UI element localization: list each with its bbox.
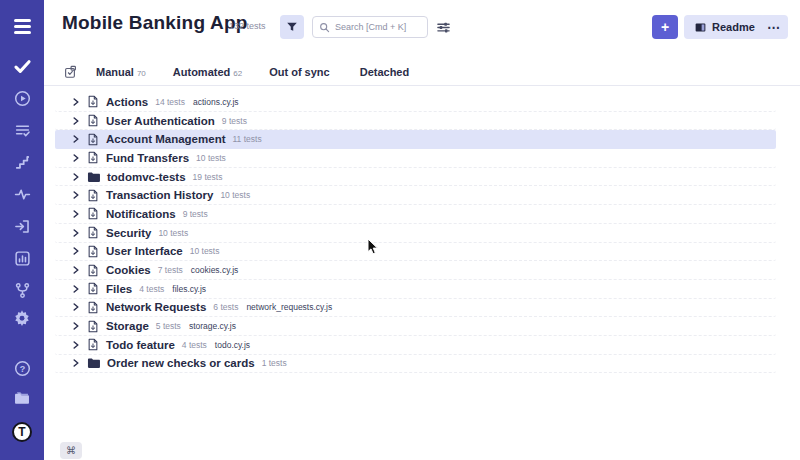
svg-text:?: ? bbox=[19, 363, 25, 373]
sidebar: ? T bbox=[0, 0, 44, 460]
suite-test-count: 6 tests bbox=[213, 302, 238, 312]
file-icon bbox=[87, 133, 99, 146]
checklist-icon[interactable] bbox=[63, 65, 77, 79]
tab-detached[interactable]: Detached bbox=[360, 66, 413, 78]
suite-row[interactable]: Order new checks or cards1 tests bbox=[55, 355, 776, 374]
page-title: Mobile Banking App bbox=[62, 12, 248, 34]
suite-row[interactable]: todomvc-tests19 tests bbox=[55, 168, 776, 187]
command-shortcut-button[interactable]: ⌘ bbox=[60, 442, 82, 459]
suite-test-count: 4 tests bbox=[182, 340, 207, 350]
list-check-icon[interactable] bbox=[12, 120, 32, 140]
suite-row[interactable]: Notifications9 tests bbox=[55, 205, 776, 224]
chevron-right-icon[interactable] bbox=[72, 135, 80, 143]
menu-icon[interactable] bbox=[12, 16, 32, 36]
chevron-right-icon[interactable] bbox=[72, 98, 80, 106]
suite-file-name: network_requests.cy.js bbox=[246, 302, 332, 312]
import-icon[interactable] bbox=[12, 216, 32, 236]
file-icon bbox=[87, 320, 99, 333]
tab-label: Automated bbox=[173, 66, 230, 78]
tab-automated[interactable]: Automated62 bbox=[173, 66, 242, 78]
tab-count: 62 bbox=[233, 69, 242, 78]
play-circle-icon[interactable] bbox=[12, 88, 32, 108]
folder-icon bbox=[87, 357, 100, 369]
sliders-icon bbox=[436, 20, 451, 35]
tab-list: Manual70Automated62Out of syncDetached bbox=[96, 66, 412, 78]
file-icon bbox=[87, 95, 99, 108]
logo-icon[interactable]: T bbox=[12, 420, 32, 444]
file-icon bbox=[87, 207, 99, 220]
suite-row[interactable]: Files4 testsfiles.cy.js bbox=[55, 280, 776, 299]
bar-chart-icon[interactable] bbox=[12, 248, 32, 268]
suite-test-count: 5 tests bbox=[156, 321, 181, 331]
suite-name: todomvc-tests bbox=[107, 171, 186, 183]
suite-row[interactable]: Fund Transfers10 tests bbox=[55, 149, 776, 168]
suite-row[interactable]: Actions14 testsactions.cy.js bbox=[55, 93, 776, 112]
file-icon bbox=[87, 189, 99, 202]
tab-out-of-sync[interactable]: Out of sync bbox=[269, 66, 333, 78]
suite-test-count: 9 tests bbox=[183, 209, 208, 219]
more-button[interactable]: ⋯ bbox=[760, 15, 788, 39]
suite-name: Todo feature bbox=[106, 339, 175, 351]
suite-row[interactable]: User Authentication9 tests bbox=[55, 112, 776, 131]
suite-row[interactable]: Account Management11 tests bbox=[55, 130, 776, 149]
suite-row[interactable]: Transaction History10 tests bbox=[55, 186, 776, 205]
suite-row[interactable]: Cookies7 testscookies.cy.js bbox=[55, 261, 776, 280]
file-icon bbox=[87, 245, 99, 258]
suite-name: User Authentication bbox=[106, 115, 215, 127]
chevron-right-icon[interactable] bbox=[72, 247, 80, 255]
filter-button[interactable] bbox=[280, 15, 304, 39]
suite-name: Security bbox=[106, 227, 151, 239]
chevron-right-icon[interactable] bbox=[72, 173, 80, 181]
chevron-right-icon[interactable] bbox=[72, 303, 80, 311]
chevron-right-icon[interactable] bbox=[72, 117, 80, 125]
file-icon bbox=[87, 114, 99, 127]
logo-letter: T bbox=[12, 422, 32, 442]
suite-row[interactable]: Todo feature4 teststodo.cy.js bbox=[55, 336, 776, 355]
suite-test-count: 7 tests bbox=[158, 265, 183, 275]
chevron-right-icon[interactable] bbox=[72, 191, 80, 199]
suite-row[interactable]: User Interface10 tests bbox=[55, 243, 776, 262]
chevron-right-icon[interactable] bbox=[72, 341, 80, 349]
help-icon[interactable]: ? bbox=[12, 358, 32, 378]
tab-manual[interactable]: Manual70 bbox=[96, 66, 146, 78]
file-icon bbox=[87, 338, 99, 351]
readme-book-icon bbox=[694, 21, 707, 34]
suite-name: Transaction History bbox=[106, 189, 213, 201]
suite-test-count: 10 tests bbox=[220, 190, 250, 200]
branch-icon[interactable] bbox=[12, 280, 32, 300]
chevron-right-icon[interactable] bbox=[72, 266, 80, 274]
add-button[interactable]: + bbox=[652, 15, 678, 39]
suite-row[interactable]: Storage5 testsstorage.cy.js bbox=[55, 317, 776, 336]
chevron-right-icon[interactable] bbox=[72, 322, 80, 330]
suite-test-count: 19 tests bbox=[193, 172, 223, 182]
check-icon[interactable] bbox=[12, 56, 32, 76]
suite-row[interactable]: Security10 tests bbox=[55, 224, 776, 243]
chevron-right-icon[interactable] bbox=[72, 154, 80, 162]
suite-row[interactable]: Network Requests6 testsnetwork_requests.… bbox=[55, 299, 776, 318]
chevron-right-icon[interactable] bbox=[72, 210, 80, 218]
suite-name: Order new checks or cards bbox=[107, 357, 255, 369]
suite-test-count: 1 tests bbox=[262, 358, 287, 368]
file-icon bbox=[87, 151, 99, 164]
activity-icon[interactable] bbox=[12, 184, 32, 204]
suite-file-name: cookies.cy.js bbox=[191, 265, 239, 275]
tab-label: Manual bbox=[96, 66, 134, 78]
suite-test-count: 4 tests bbox=[139, 284, 164, 294]
suite-test-count: 10 tests bbox=[190, 246, 220, 256]
search-input[interactable] bbox=[335, 22, 421, 32]
suite-name: Files bbox=[106, 283, 132, 295]
tab-count: 70 bbox=[137, 69, 146, 78]
chevron-right-icon[interactable] bbox=[72, 229, 80, 237]
suite-name: Fund Transfers bbox=[106, 152, 189, 164]
gear-icon[interactable] bbox=[12, 308, 32, 328]
chevron-right-icon[interactable] bbox=[72, 359, 80, 367]
chevron-right-icon[interactable] bbox=[72, 285, 80, 293]
steps-icon[interactable] bbox=[12, 152, 32, 172]
suite-file-name: actions.cy.js bbox=[193, 97, 239, 107]
readme-label: Readme bbox=[712, 21, 755, 33]
folder-icon[interactable] bbox=[12, 388, 32, 408]
sliders-button[interactable] bbox=[434, 18, 452, 36]
suite-test-count: 10 tests bbox=[196, 153, 226, 163]
tabs-bar: Manual70Automated62Out of syncDetached bbox=[44, 58, 800, 86]
readme-button[interactable]: Readme bbox=[684, 15, 765, 39]
